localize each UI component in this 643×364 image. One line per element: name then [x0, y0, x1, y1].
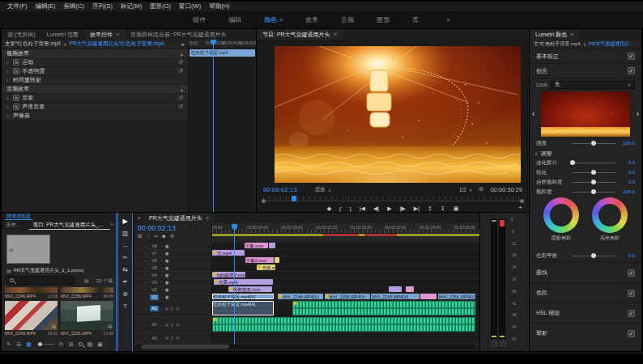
track-label[interactable]: V7 — [150, 251, 159, 256]
reset-icon[interactable]: ↺ — [178, 59, 183, 66]
project-file-row[interactable]: ▤ PR大气党建通用片头_1_1.prproj — [6, 267, 113, 274]
track-header-V6[interactable]: ∘V6▫◉ — [134, 257, 212, 265]
clip[interactable]: 红色粒子背景.mp4[V] — [212, 294, 274, 299]
color-wheel-ring[interactable] — [543, 197, 579, 233]
track-header-A2[interactable]: ∘A2▫MSΨ — [134, 317, 212, 333]
track-label[interactable]: A1 — [150, 306, 159, 311]
playback-resolution-select[interactable]: 1/2 ∨ — [459, 187, 472, 193]
chevron-down-icon[interactable]: ∨ — [63, 41, 66, 47]
track-label[interactable]: A2 — [150, 322, 159, 328]
filter-icon[interactable]: ▤ — [84, 277, 89, 283]
track-label[interactable]: A3 — [150, 336, 159, 341]
voiceover-icon[interactable]: Ψ — [176, 336, 179, 341]
track-header-V4[interactable]: ∘V4▫◉ — [134, 272, 212, 279]
next-look-icon[interactable]: › — [637, 109, 639, 118]
menu-item[interactable]: 剪辑(C) — [60, 2, 88, 11]
solo-right-button[interactable] — [500, 341, 506, 346]
add-marker-button[interactable]: ◆ — [327, 205, 331, 212]
lock-icon[interactable]: ∘ — [145, 273, 147, 277]
track-output-icon[interactable]: ◉ — [165, 251, 169, 256]
slider-knob[interactable] — [591, 180, 596, 184]
lock-icon[interactable]: ∘ — [145, 243, 147, 248]
clip-selector-row[interactable]: 主要*红色粒子背景.mp4 ∨ PR大气党建通用片头*红色粒子背景.mp4 ▸ — [2, 40, 188, 49]
clip[interactable]: MVI_2251.MP4[V] — [438, 294, 475, 299]
panel-menu-icon[interactable]: ≡ — [334, 32, 337, 37]
clip[interactable]: 红色粒子背景.mp4[A] — [212, 301, 274, 315]
solo-icon[interactable]: S — [171, 336, 173, 341]
slider-knob[interactable] — [570, 160, 575, 165]
snap-toggle-icon[interactable]: ∩ — [146, 233, 150, 239]
adjustments-header[interactable]: ∨ 调整 — [530, 149, 641, 158]
zoom-level-select[interactable]: 适合 ∨ — [315, 186, 331, 193]
solo-icon[interactable]: S — [171, 307, 173, 311]
clip[interactable] — [292, 301, 475, 315]
clip[interactable] — [420, 294, 436, 299]
slider-track[interactable] — [572, 256, 615, 256]
timeline-timecode[interactable]: 00:00:02:13 — [138, 224, 211, 232]
track-header-V3[interactable]: ∘V3▫◉ — [134, 279, 212, 286]
slider-knob[interactable] — [591, 253, 596, 258]
track-label[interactable]: V1 — [150, 294, 159, 300]
find-button[interactable] — [79, 342, 83, 346]
clip[interactable]: 光.mp4 — [212, 250, 245, 256]
effect-row[interactable]: ›时间重映射 — [2, 76, 188, 85]
workspace-tab[interactable]: 编辑 — [228, 15, 241, 24]
icon-view-button[interactable]: ▦ — [26, 341, 32, 348]
sync-lock-icon[interactable]: ▫ — [161, 273, 163, 277]
workspace-tab[interactable]: 库 — [412, 15, 419, 24]
writable-indicator-icon[interactable]: ✎ — [6, 341, 11, 348]
clip[interactable] — [406, 286, 414, 292]
pen-tool[interactable]: ✒ — [122, 278, 128, 286]
panel-menu-icon[interactable]: ≡ — [279, 17, 283, 23]
effect-row[interactable]: ›fx不透明度↺ — [2, 67, 188, 76]
extract-button[interactable]: ↧ — [441, 205, 445, 212]
expand-icon[interactable]: › — [6, 78, 11, 83]
scrollbar-thumb[interactable] — [141, 345, 228, 349]
lumetri-section[interactable]: 色轮✓ — [530, 282, 641, 303]
slider-track[interactable] — [572, 182, 615, 183]
panel-tab[interactable]: 历史记录 — [2, 220, 29, 230]
timeline-ruler-area[interactable]: 00:0000:00:04:0000:00:08:0000:00:12:0000… — [212, 223, 479, 243]
slider-track[interactable] — [572, 192, 615, 193]
timeline-playhead-line[interactable] — [234, 224, 235, 345]
track-header-A1[interactable]: ∘A1▫MSΨ — [134, 301, 212, 317]
panel-menu-icon[interactable]: ≡ — [570, 32, 573, 37]
reset-icon[interactable]: ↺ — [178, 104, 183, 110]
project-item[interactable]: ▤MVI_2243.MP419:00 — [5, 301, 57, 336]
timeline-settings-icon[interactable]: ⚙ — [170, 233, 175, 239]
lock-icon[interactable]: ∘ — [145, 287, 147, 292]
lock-icon[interactable]: ∘ — [145, 323, 147, 328]
playhead-line[interactable] — [213, 40, 214, 212]
track-select-tool[interactable]: ▥ — [122, 230, 129, 238]
track-output-icon[interactable]: ◉ — [165, 258, 169, 263]
effect-row[interactable]: ›fx运动↺ — [2, 58, 188, 67]
sync-lock-icon[interactable]: ▫ — [161, 287, 163, 292]
clip[interactable]: light副本2.mov — [212, 272, 245, 277]
track-output-icon[interactable]: ◉ — [165, 280, 169, 285]
workspace-tab[interactable]: 颜色≡ — [264, 15, 283, 24]
workspace-tab[interactable]: 效果 — [305, 15, 318, 24]
lumetri-section[interactable]: HSL 辅助✓ — [530, 303, 641, 323]
hand-tool[interactable]: ⊕ — [122, 290, 128, 298]
zoom-knob[interactable] — [38, 342, 42, 346]
sync-lock-icon[interactable]: ▫ — [161, 258, 163, 263]
effect-row[interactable]: ›fx声道音量↺ — [2, 103, 188, 112]
program-tab[interactable]: 节目: PR大气党建通用片头≡ — [257, 29, 343, 40]
settings-wrench-icon[interactable]: ⚙ — [479, 186, 483, 193]
track-output-icon[interactable]: ◉ — [165, 273, 169, 277]
razor-tool[interactable]: ✂ — [122, 254, 128, 262]
clip[interactable] — [269, 243, 275, 248]
lock-icon[interactable]: ∘ — [145, 258, 147, 263]
sync-lock-icon[interactable]: ▫ — [161, 265, 163, 270]
reset-icon[interactable]: ↺ — [178, 95, 183, 101]
slip-tool[interactable]: ⇆ — [122, 266, 128, 274]
scrollbar-handle-right[interactable] — [520, 199, 524, 203]
time-ruler[interactable]: 00:0000:00:04:0000:00:08:0000:00:12:0000… — [212, 223, 479, 234]
track-label[interactable]: V2 — [150, 287, 159, 293]
menu-item[interactable]: 序列(S) — [88, 2, 117, 11]
lumetri-section[interactable]: 创意✓ — [530, 64, 641, 78]
clip[interactable] — [212, 317, 475, 332]
timeline-tab[interactable]: PR大气党建通用片头≡ — [143, 213, 215, 223]
preview-thumbnail[interactable]: ▤ — [6, 235, 50, 264]
clip[interactable] — [275, 257, 280, 263]
